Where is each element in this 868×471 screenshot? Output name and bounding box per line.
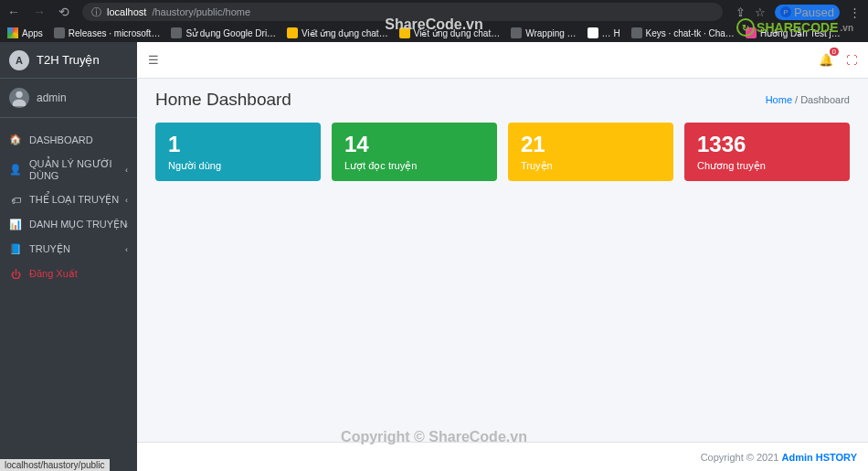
profile-initial: P (780, 6, 791, 17)
stat-value: 21 (521, 132, 661, 158)
sidebar-item-users[interactable]: 👤 QUẢN LÝ NGƯỜI DÙNG ‹ (0, 152, 137, 187)
breadcrumb-current: Dashboard (800, 94, 850, 105)
url-host: localhost (107, 6, 146, 17)
breadcrumb-sep: / (792, 94, 800, 105)
tag-icon: 🏷 (9, 195, 22, 206)
stat-label: Lượt đọc truyện (344, 160, 484, 172)
favicon-icon (54, 27, 65, 38)
stat-reads[interactable]: 14 Lượt đọc truyện (332, 123, 497, 181)
bookmark-item[interactable]: … H (587, 27, 620, 38)
book-icon: 📘 (9, 243, 22, 255)
bookmark-item[interactable]: Viết ứng dụng chat… (287, 27, 388, 38)
breadcrumb-home-link[interactable]: Home (766, 94, 792, 105)
bookmark-item[interactable]: Wrapping … (511, 27, 576, 38)
fullscreen-button[interactable]: ⛶ (846, 54, 857, 67)
chevron-left-icon: ‹ (125, 220, 128, 230)
favicon-icon (587, 27, 598, 38)
notifications-button[interactable]: 🔔0 (819, 53, 833, 67)
sidebar: A T2H Truyện admin 🏠 DASHBOARD 👤 QUẢN LÝ… (0, 42, 137, 471)
sidebar-item-logout[interactable]: ⏻ Đăng Xuất (0, 262, 137, 286)
brand-text: T2H Truyện (37, 53, 100, 67)
profile-paused-chip[interactable]: P Paused (775, 5, 840, 20)
chevron-left-icon: ‹ (125, 166, 128, 175)
stat-value: 14 (344, 132, 484, 158)
sidebar-item-label: Đăng Xuất (29, 268, 78, 280)
paused-label: Paused (794, 5, 834, 19)
reload-button[interactable]: ⟲ (58, 5, 69, 19)
sidebar-item-label: DASHBOARD (29, 134, 93, 145)
stat-chapters[interactable]: 1336 Chương truyện (684, 123, 850, 181)
chevron-left-icon: ‹ (125, 245, 128, 254)
sidebar-item-label: QUẢN LÝ NGƯỜI DÙNG (29, 158, 128, 181)
topbar: ☰ 🔔0 ⛶ (137, 42, 868, 79)
sidebar-item-dashboard[interactable]: 🏠 DASHBOARD (0, 127, 137, 152)
gear-icon: ↻ (736, 18, 755, 37)
favicon-icon (399, 27, 410, 38)
favicon-icon (631, 27, 642, 38)
sharecode-logo-suffix: .vn (841, 23, 853, 33)
bookmark-item[interactable]: Releases · microsoft… (54, 27, 161, 38)
bookmark-item[interactable]: Keys · chat-tk · Cha… (631, 27, 735, 38)
chevron-left-icon: ‹ (125, 196, 128, 205)
brand[interactable]: A T2H Truyện (0, 42, 137, 79)
status-bar: localhost/haustory/public (0, 459, 110, 471)
sharecode-logo-text: SHARECODE (757, 20, 838, 35)
notif-badge: 0 (830, 48, 839, 56)
stat-value: 1 (168, 132, 308, 158)
menu-icon[interactable]: ⋮ (849, 5, 861, 19)
brand-logo: A (9, 50, 29, 70)
sharecode-logo: ↻ SHARECODE.vn (736, 18, 853, 37)
bookmark-item[interactable]: Viết ứng dụng chat… (399, 27, 501, 38)
favicon-icon (511, 27, 522, 38)
apps-icon (7, 27, 18, 38)
user-name: admin (37, 91, 67, 104)
favicon-icon (287, 27, 298, 38)
favicon-icon (171, 27, 182, 38)
stat-stories[interactable]: 21 Truyện (508, 123, 673, 181)
stat-users[interactable]: 1 Người dùng (155, 123, 321, 181)
page-title: Home Dashboard (155, 90, 291, 110)
stat-label: Chương truyện (697, 160, 837, 172)
apps-button[interactable]: Apps (7, 27, 43, 38)
main-content: ☰ 🔔0 ⛶ Home Dashboard Home / Dashboard 1… (137, 42, 868, 471)
app-root: A T2H Truyện admin 🏠 DASHBOARD 👤 QUẢN LÝ… (0, 42, 868, 471)
hamburger-button[interactable]: ☰ (148, 53, 159, 67)
svg-point-0 (16, 91, 22, 98)
sidebar-item-label: DANH MỤC TRUYỆN (29, 219, 127, 230)
forward-button[interactable]: → (33, 5, 46, 19)
footer: Copyright © 2021 Admin HSTORY (137, 442, 868, 471)
url-bar[interactable]: ⓘ localhost/haustory/public/home (82, 3, 723, 21)
sidebar-item-category[interactable]: 🏷 THỂ LOẠI TRUYỆN ‹ (0, 187, 137, 212)
topbar-right: 🔔0 ⛶ (819, 53, 857, 67)
stat-label: Truyện (521, 160, 661, 172)
content-header: Home Dashboard Home / Dashboard (137, 79, 868, 115)
gauge-icon: 📊 (9, 219, 22, 230)
user-icon: 👤 (9, 164, 22, 176)
back-button[interactable]: ← (7, 5, 20, 19)
star-icon[interactable]: ☆ (755, 5, 766, 19)
stats-row: 1 Người dùng 14 Lượt đọc truyện 21 Truyệ… (137, 115, 868, 188)
footer-copyright: Copyright © 2021 (701, 452, 779, 463)
stat-label: Người dùng (168, 160, 308, 172)
sidebar-item-label: TRUYỆN (29, 243, 70, 255)
sidebar-item-story[interactable]: 📘 TRUYỆN ‹ (0, 237, 137, 262)
url-path: /haustory/public/home (152, 6, 250, 17)
browser-right-icons: ⇪ ☆ P Paused ⋮ (736, 5, 861, 20)
user-panel[interactable]: admin (0, 79, 137, 118)
footer-brand: Admin HSTORY (781, 452, 857, 463)
sidebar-nav: 🏠 DASHBOARD 👤 QUẢN LÝ NGƯỜI DÙNG ‹ 🏷 THỂ… (0, 118, 137, 286)
sidebar-item-catalog[interactable]: 📊 DANH MỤC TRUYỆN ‹ (0, 212, 137, 237)
sidebar-item-label: THỂ LOẠI TRUYỆN (29, 194, 119, 206)
home-icon: 🏠 (9, 134, 22, 145)
info-icon: ⓘ (91, 5, 101, 19)
share-icon[interactable]: ⇪ (736, 5, 746, 19)
bookmark-item[interactable]: Sử dụng Google Dri… (171, 27, 276, 38)
breadcrumb: Home / Dashboard (766, 94, 850, 105)
avatar (9, 88, 29, 108)
power-icon: ⏻ (9, 269, 22, 280)
stat-value: 1336 (697, 132, 837, 158)
